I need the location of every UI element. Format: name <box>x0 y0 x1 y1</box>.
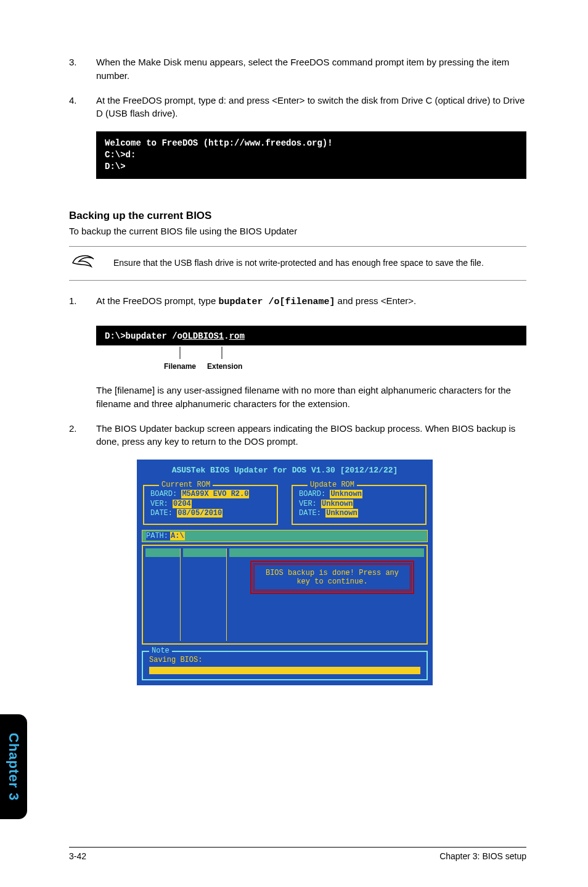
panel-legend: Update ROM <box>308 481 357 489</box>
page-number: 3-42 <box>69 851 86 861</box>
file-column: BIOS backup is done! Press any key to co… <box>229 548 424 641</box>
terminal-output-2: D:\>bupdater /oOLDBIOS1.rom <box>96 326 526 345</box>
step-3: 3. When the Make Disk menu appears, sele… <box>69 56 526 83</box>
path-label: PATH: <box>146 532 170 540</box>
note-callout: Ensure that the USB flash drive is not w… <box>69 246 526 281</box>
panel-legend: Current ROM <box>159 481 213 489</box>
step-number: 2. <box>69 422 96 449</box>
field-label: DATE: <box>299 509 321 518</box>
file-browser-area: BIOS backup is done! Press any key to co… <box>142 545 428 645</box>
field-label: VER: <box>299 500 317 508</box>
text-fragment: At the FreeDOS prompt, type <box>96 295 218 306</box>
field-value: M5A99X EVO R2.0 <box>181 490 249 498</box>
step-number: 1. <box>69 294 96 309</box>
step-text: When the Make Disk menu appears, select … <box>96 56 526 83</box>
progress-bar <box>149 667 420 674</box>
step-text: At the FreeDOS prompt, type bupdater /o[… <box>96 294 416 309</box>
step-backup-2: 2. The BIOS Updater backup screen appear… <box>69 422 526 449</box>
note-icon <box>69 253 96 274</box>
svg-text:Filename: Filename <box>164 362 196 371</box>
svg-text:Extension: Extension <box>207 362 242 371</box>
step-text: At the FreeDOS prompt, type d: and press… <box>96 94 526 121</box>
bios-title: ASUSTek BIOS Updater for DOS V1.30 [2012… <box>142 464 428 481</box>
path-row: PATH: A:\ <box>142 530 428 542</box>
bios-updater-screen: ASUSTek BIOS Updater for DOS V1.30 [2012… <box>137 460 433 685</box>
field-value: Unknown <box>321 500 353 508</box>
terminal-output-1: Welcome to FreeDOS (http://www.freedos.o… <box>96 131 526 179</box>
footer-title: Chapter 3: BIOS setup <box>439 851 526 861</box>
field-label: DATE: <box>150 509 173 518</box>
field-value: Unknown <box>330 490 362 498</box>
field-value: 0204 <box>173 500 192 508</box>
field-label: BOARD: <box>299 490 325 498</box>
terminal-text: . <box>224 331 229 341</box>
current-rom-panel: Current ROM BOARD: M5A99X EVO R2.0 VER: … <box>143 485 278 525</box>
saving-label: Saving BIOS: <box>149 656 420 664</box>
section-description: To backup the current BIOS file using th… <box>69 226 526 236</box>
terminal-filename: OLDBIOS1 <box>182 331 224 341</box>
step-4: 4. At the FreeDOS prompt, type d: and pr… <box>69 94 526 121</box>
bios-note-panel: Note Saving BIOS: <box>142 651 428 680</box>
file-column <box>145 548 181 641</box>
field-value: 08/05/2010 <box>177 509 223 518</box>
terminal-extension: rom <box>229 331 245 341</box>
field-value: Unknown <box>325 509 357 518</box>
step-number: 4. <box>69 94 96 121</box>
page-footer: 3-42 Chapter 3: BIOS setup <box>69 847 526 861</box>
panel-legend: Note <box>149 646 172 655</box>
text-fragment: and press <Enter>. <box>335 295 416 306</box>
backup-done-message: BIOS backup is done! Press any key to co… <box>253 563 412 592</box>
section-heading: Backing up the current BIOS <box>69 210 526 222</box>
step-text: The BIOS Updater backup screen appears i… <box>96 422 526 449</box>
path-value: A:\ <box>170 532 185 540</box>
chapter-side-tab: Chapter 3 <box>0 714 27 819</box>
inline-code: bupdater /o[filename] <box>218 297 335 307</box>
field-label: BOARD: <box>150 490 177 498</box>
step-number: 3. <box>69 56 96 83</box>
field-label: VER: <box>150 500 168 508</box>
file-column <box>183 548 227 641</box>
filename-explanation: The [filename] is any user-assigned file… <box>96 384 526 411</box>
note-text: Ensure that the USB flash drive is not w… <box>113 257 484 270</box>
update-rom-panel: Update ROM BOARD: Unknown VER: Unknown D… <box>292 485 427 525</box>
filename-extension-labels: Filename Extension <box>96 345 526 373</box>
step-backup-1: 1. At the FreeDOS prompt, type bupdater … <box>69 294 526 309</box>
terminal-text: D:\>bupdater /o <box>105 331 182 341</box>
